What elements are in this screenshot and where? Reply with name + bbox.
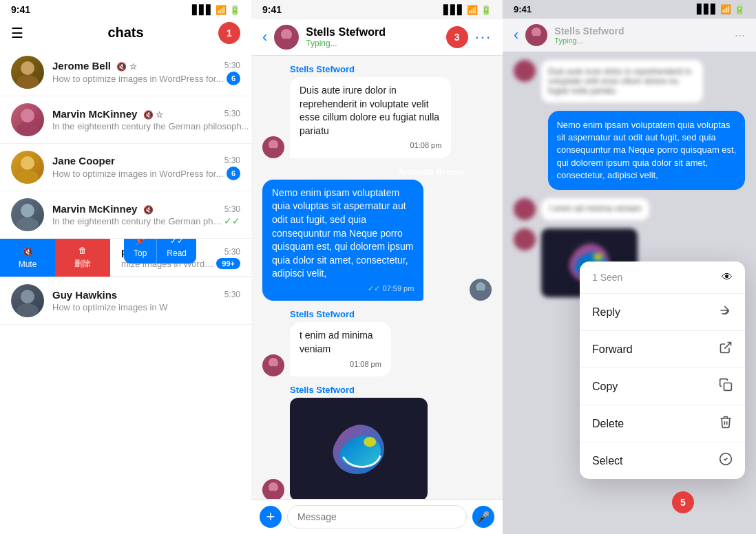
reply-label: Reply xyxy=(592,306,620,319)
delete-menu-icon xyxy=(719,415,733,432)
svg-rect-24 xyxy=(724,383,732,391)
back-button-3[interactable]: ‹ xyxy=(514,26,518,44)
chat-input-bar: + 🎤 4 xyxy=(251,499,503,534)
chat-info-jerome: Jerome Bell 🔇 ☆ 5:30 How to optimize ima… xyxy=(52,60,240,85)
chat-list-panel: 9:41 ▋▋▋ 📶 🔋 ☰ chats 1 Jerome Bell 🔇 ☆ 5… xyxy=(0,0,251,534)
context-forward[interactable]: Forward xyxy=(580,331,745,368)
avatar-jerome xyxy=(11,56,44,89)
new-chat-button[interactable]: 1 xyxy=(218,22,240,44)
more-options-button[interactable]: ··· xyxy=(475,28,492,46)
status-icons-3: ▋▋▋ 📶 🔋 xyxy=(697,4,745,14)
top-read-actions: 2 📌 Top ✓✓ Read xyxy=(124,239,196,264)
chat-info-marvin2: Marvin McKinney 🔇 5:30 In the eighteenth… xyxy=(52,203,240,226)
context-copy[interactable]: Copy xyxy=(580,368,745,405)
context-delete[interactable]: Delete xyxy=(580,405,745,442)
forward-label: Forward xyxy=(592,343,633,356)
back-button[interactable]: ‹ xyxy=(262,28,267,46)
chat-item-jerome[interactable]: Jerome Bell 🔇 ☆ 5:30 How to optimize ima… xyxy=(0,49,251,96)
battery-icon: 🔋 xyxy=(229,5,240,15)
status-bar-3: 9:41 ▋▋▋ 📶 🔋 xyxy=(503,0,756,19)
svg-point-0 xyxy=(21,61,34,75)
highlighted-msg-text: Nemo enim ipsam voluptatem quia voluptas… xyxy=(548,111,745,190)
forward-icon xyxy=(719,341,733,358)
blurred-incoming: Duis aute irure dolor in reprehenderit i… xyxy=(514,60,745,103)
mute-button[interactable]: 🔇 Mute xyxy=(0,239,55,277)
chat-header: ‹ Stells Stefword Typing... 3 ··· xyxy=(251,19,503,56)
copy-label: Copy xyxy=(592,381,618,393)
delete-button[interactable]: 🗑 删除 xyxy=(55,239,110,277)
read-button[interactable]: ✓✓ Read xyxy=(157,239,196,264)
avatar-guy xyxy=(11,284,44,317)
message-row-4: Stells Stefword xyxy=(262,385,492,499)
top-read-container: 📌 Top ✓✓ Read xyxy=(124,239,196,264)
sender-avatar-1 xyxy=(262,136,284,158)
status-icons-2: ▋▋▋ 📶 🔋 xyxy=(443,5,492,15)
message-bubble-3: Stells Stefword t enim ad minima veniam … xyxy=(290,309,417,376)
svg-point-7 xyxy=(17,217,39,231)
delete-menu-label: Delete xyxy=(592,418,624,430)
voice-record-button[interactable]: 🎤 xyxy=(472,506,494,528)
read-check-icon: ✓✓ xyxy=(224,215,240,226)
sender-avatar-2 xyxy=(470,279,492,301)
chat-time: 5:30 xyxy=(224,61,240,70)
contact-avatar xyxy=(274,25,299,50)
battery-icon-2: 🔋 xyxy=(481,5,492,15)
badge-3[interactable]: 3 xyxy=(446,26,468,48)
status-icons-1: ▋▋▋ 📶 🔋 xyxy=(192,5,240,15)
wifi-icon-2: 📶 xyxy=(467,5,478,15)
status-bar-2: 9:41 ▋▋▋ 📶 🔋 xyxy=(251,0,503,19)
context-contact-name: Stells Stefword xyxy=(554,25,728,36)
chat-window-panel: 9:41 ▋▋▋ 📶 🔋 ‹ Stells Stefword Typing...… xyxy=(251,0,503,534)
select-icon xyxy=(719,452,733,469)
chat-item-guy[interactable]: Guy Hawkins 5:30 How to optimize images … xyxy=(0,277,251,325)
chat-item-marvin1[interactable]: Marvin McKinney 🔇 ☆ 5:30 In the eighteen… xyxy=(0,96,251,144)
header-contact-info: Stells Stefword Typing... xyxy=(306,26,439,48)
context-body: Duis aute irure dolor in reprehenderit i… xyxy=(503,52,756,534)
message-row-2: Amanda Brown Nemo enim ipsam voluptatem … xyxy=(262,167,492,301)
top-button[interactable]: 📌 Top xyxy=(124,239,157,264)
highlighted-outgoing: Nemo enim ipsam voluptatem quia voluptas… xyxy=(514,111,745,190)
context-reply[interactable]: Reply xyxy=(580,294,745,331)
sender-name-2: Amanda Brown xyxy=(262,167,464,177)
message-bubble-1: Stells Stefword Duis aute irure dolor in… xyxy=(290,64,492,158)
context-seen: 1 Seen 👁 xyxy=(580,261,745,294)
chat-item-marvin2[interactable]: Marvin McKinney 🔇 5:30 In the eighteenth… xyxy=(0,191,251,239)
message-text-1: Duis aute irure dolor in reprehenderit i… xyxy=(290,77,451,158)
chat-item-jane[interactable]: Jane Cooper 5:30 How to optimize images … xyxy=(0,144,251,191)
select-label: Select xyxy=(592,455,622,467)
wifi-icon-3: 📶 xyxy=(720,4,731,14)
chat-messages: Stells Stefword Duis aute irure dolor in… xyxy=(251,56,503,499)
svg-point-4 xyxy=(21,156,34,170)
context-content: 9:41 ▋▋▋ 📶 🔋 ‹ Stells Stefword Typing...… xyxy=(503,0,756,534)
sender-avatar-4 xyxy=(262,479,284,499)
svg-point-15 xyxy=(473,290,488,300)
signal-icon-3: ▋▋▋ xyxy=(697,4,717,14)
more-options-3[interactable]: ··· xyxy=(735,28,745,43)
mute-star-icons: 🔇 ☆ xyxy=(116,62,136,72)
menu-icon[interactable]: ☰ xyxy=(11,25,23,41)
read-label: Read xyxy=(167,248,187,258)
svg-point-22 xyxy=(529,36,544,45)
seen-icon: 👁 xyxy=(722,271,733,284)
message-row-1: Stells Stefword Duis aute irure dolor in… xyxy=(262,64,492,158)
message-input[interactable] xyxy=(287,505,467,528)
top-icon: 📌 xyxy=(135,239,145,246)
svg-point-23 xyxy=(594,253,603,261)
chat-name: Jerome Bell 🔇 ☆ xyxy=(52,60,137,72)
svg-point-21 xyxy=(532,28,541,37)
svg-point-5 xyxy=(17,170,39,184)
message-time-3: 01:08 pm xyxy=(300,359,381,370)
add-attachment-button[interactable]: + xyxy=(260,506,282,528)
unread-badge-jane: 6 xyxy=(227,167,240,180)
chat-preview: In the eighteenth century the German phi… xyxy=(52,121,249,131)
context-select[interactable]: Select xyxy=(580,442,745,479)
contact-avatar-3 xyxy=(525,24,547,46)
context-menu-panel: 9:41 ▋▋▋ 📶 🔋 ‹ Stells Stefword Typing...… xyxy=(503,0,756,534)
chat-info-jane: Jane Cooper 5:30 How to optimize images … xyxy=(52,155,240,180)
blurred-incoming-text: Duis aute irure dolor in reprehenderit i… xyxy=(541,60,703,103)
context-menu-popup: 1 Seen 👁 Reply Forward Copy xyxy=(580,261,745,479)
avatar-marvin1 xyxy=(11,103,44,136)
delete-icon: 🗑 xyxy=(78,246,87,255)
swipe-chat-item[interactable]: pper 5:30 mize images in WordPress... 99… xyxy=(110,239,251,277)
svg-point-10 xyxy=(281,29,292,40)
